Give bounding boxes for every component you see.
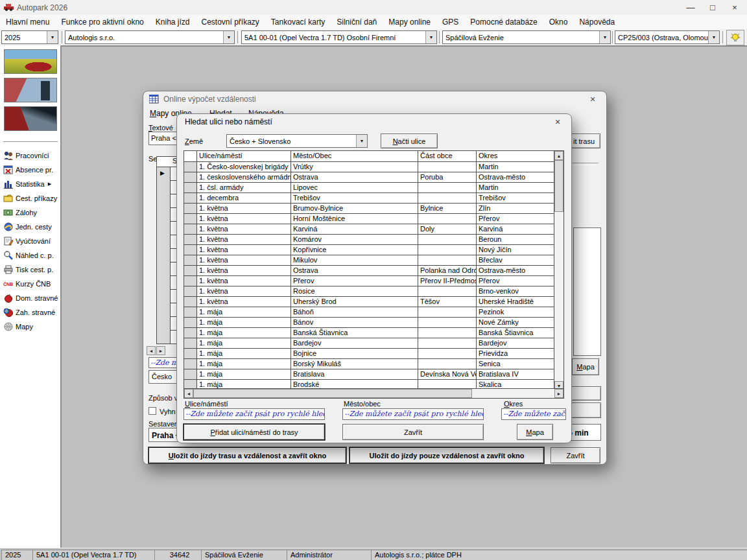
scroll-right-icon[interactable]: ► bbox=[554, 389, 563, 398]
sidebar-item-dom-stravne[interactable]: Dom. stravné bbox=[3, 292, 61, 305]
sidebar-item-kurzy-cnb[interactable]: ČNB Kurzy ČNB bbox=[3, 277, 61, 290]
avoid-checkbox[interactable] bbox=[148, 407, 156, 415]
chevron-down-icon[interactable]: ▼ bbox=[425, 31, 436, 43]
menu-item[interactable]: Pomocné databáze bbox=[464, 18, 543, 27]
column-header-city[interactable]: Město/Obec bbox=[291, 151, 418, 161]
menu-item[interactable]: Kniha jízd bbox=[150, 18, 196, 27]
minimize-icon[interactable]: — bbox=[680, 0, 702, 15]
photo-travel-banner[interactable] bbox=[4, 78, 57, 102]
scroll-left-icon[interactable]: ◄ bbox=[147, 346, 156, 355]
table-row[interactable]: 1. května Ostrava Polanka nad Odrou Ostr… bbox=[184, 266, 563, 276]
sidebar-item-absence[interactable]: Absence pr. bbox=[3, 163, 61, 176]
person-combobox[interactable]: Spáčilová Evženie ▼ bbox=[442, 30, 611, 44]
table-row[interactable]: 1. května Uherský Brod Těšov Uherské Hra… bbox=[184, 297, 563, 307]
close-icon[interactable]: × bbox=[584, 93, 601, 106]
sidebar-item-statistika[interactable]: Statistika ▶ bbox=[3, 178, 61, 191]
map-button-outer[interactable]: Mapa bbox=[572, 358, 599, 375]
hidden-button-top[interactable] bbox=[571, 386, 601, 401]
quick-city-input[interactable]: --Zde můžete začít psát pro rychlé hled bbox=[342, 408, 484, 420]
sidebar-item-mapy[interactable]: Mapy bbox=[3, 320, 61, 333]
quick-street-input[interactable]: --Zde můžete začít psát pro rychlé hled bbox=[184, 408, 325, 420]
chevron-down-icon[interactable]: ▼ bbox=[708, 31, 719, 43]
row-marker-cell bbox=[184, 183, 197, 192]
menu-item[interactable]: Cestovní příkazy bbox=[195, 18, 265, 27]
table-row[interactable]: 1. května Kopřivnice Nový Jičín bbox=[184, 245, 563, 255]
table-row[interactable]: 1. Česko-slovenskej brigády Vrútky Marti… bbox=[184, 162, 563, 172]
chevron-down-icon[interactable]: ▼ bbox=[47, 31, 58, 43]
table-row[interactable]: 1. mája Borský Mikuláš Senica bbox=[184, 359, 563, 369]
sidebar-item-tisk-cp[interactable]: Tisk cest. p. bbox=[3, 263, 61, 276]
hidden-button-bottom[interactable] bbox=[571, 402, 601, 418]
table-row[interactable]: 1. mája Bardejov Bardejov bbox=[184, 338, 563, 349]
quick-district-input[interactable]: --Zde můžete začít psát pro rychlé hled bbox=[501, 408, 566, 420]
company-combobox[interactable]: Autologis s.r.o. ▼ bbox=[65, 30, 235, 44]
table-row[interactable]: 1. května Komárov Beroun bbox=[184, 235, 563, 245]
table-hscrollbar[interactable]: ◄ ► bbox=[184, 388, 563, 398]
save-distance-button[interactable]: Uložit do jízdy pouze vzdálenost a zavří… bbox=[350, 447, 544, 463]
country-combobox[interactable]: Česko + Slovensko ▼ bbox=[226, 134, 368, 148]
menu-item[interactable]: Hlavní menu bbox=[0, 18, 55, 27]
table-row[interactable]: 1. mája Bánov Nové Zámky bbox=[184, 318, 563, 328]
scroll-left-icon[interactable]: ◄ bbox=[184, 389, 193, 398]
table-row[interactable]: 1. decembra Trebišov Trebišov bbox=[184, 193, 563, 204]
hscroll-thumb[interactable] bbox=[193, 389, 472, 398]
photo-car-banner[interactable] bbox=[4, 49, 57, 74]
photo-fuel-banner[interactable] bbox=[4, 106, 57, 131]
table-row[interactable]: 1. května Mikulov Břeclav bbox=[184, 255, 563, 266]
maximize-icon[interactable]: □ bbox=[702, 0, 724, 15]
load-streets-button[interactable]: Načti ulice bbox=[381, 134, 438, 148]
table-vscrollbar[interactable]: ▲ ▼ bbox=[554, 151, 563, 390]
close-icon[interactable]: × bbox=[549, 115, 566, 128]
table-row[interactable]: 1. května Rosice Brno-venkov bbox=[184, 286, 563, 297]
table-row[interactable]: 1. května Brumov-Bylnice Bylnice Zlín bbox=[184, 204, 563, 214]
table-row[interactable]: 1. mája Bratislava Devínska Nová Ves Bra… bbox=[184, 369, 563, 380]
menu-item[interactable]: Mapy online bbox=[383, 18, 436, 27]
scroll-up-icon[interactable]: ▲ bbox=[554, 151, 563, 160]
text-entry-label: Textové bbox=[148, 124, 173, 132]
table-row[interactable]: 1. května Horní Moštěnice Přerov bbox=[184, 214, 563, 224]
table-row[interactable]: 1. mája Banská Štiavnica Banská Štiavnic… bbox=[184, 328, 563, 338]
menu-item[interactable]: Funkce pro aktivní okno bbox=[55, 18, 149, 27]
table-row[interactable]: 1. května Přerov Přerov II-Předmostí Pře… bbox=[184, 276, 563, 286]
table-row[interactable]: 1. československého armádního s Ostrava … bbox=[184, 172, 563, 183]
sidebar-item-zalohy[interactable]: Zálohy bbox=[3, 206, 61, 219]
vehicle-combobox[interactable]: 5A1 00-01 (Opel Vectra 1.7 TD) Osobní Fi… bbox=[241, 30, 437, 44]
vscroll-thumb[interactable] bbox=[554, 160, 563, 212]
method-label: Způsob v bbox=[148, 394, 178, 402]
table-row[interactable]: 1. mája Bojnice Prievidza bbox=[184, 349, 563, 359]
table-row[interactable]: 1. května Karviná Doly Karviná bbox=[184, 224, 563, 235]
close-icon[interactable]: × bbox=[724, 0, 746, 15]
column-header-district[interactable]: Okres bbox=[477, 151, 556, 161]
district-cell: Nový Jičín bbox=[477, 245, 556, 255]
save-route-distance-button[interactable]: Uložit do jízdy trasu a vzdálenost a zav… bbox=[148, 447, 346, 463]
chevron-down-icon[interactable]: ▼ bbox=[356, 135, 367, 147]
map-button-inner[interactable]: Mapa bbox=[517, 424, 553, 440]
scroll-right-icon[interactable]: ► bbox=[156, 346, 165, 355]
street-cell: 1. decembra bbox=[197, 193, 291, 203]
table-row[interactable]: 1. čsl. armády Lipovec Martin bbox=[184, 183, 563, 193]
menu-item[interactable]: Okno bbox=[543, 18, 574, 27]
menu-item[interactable]: Nápověda bbox=[573, 18, 621, 27]
city-cell: Banská Štiavnica bbox=[291, 328, 418, 338]
close-dialog-button[interactable]: Zavřít bbox=[551, 447, 600, 463]
sidebar-item-nahled-cp[interactable]: Náhled c. p. bbox=[3, 249, 61, 262]
sidebar-item-jedn-cesty[interactable]: Jedn. cesty bbox=[3, 220, 61, 233]
city-cell: Báhoň bbox=[291, 307, 418, 317]
column-header-part[interactable]: Část obce bbox=[418, 151, 477, 161]
sidebar-item-vyuctovani[interactable]: Vyúčtování bbox=[3, 235, 61, 248]
year-combobox[interactable]: 2025 ▼ bbox=[1, 30, 58, 44]
trip-combobox[interactable]: CP25/003 (Ostrava, Olomouc ▼ bbox=[615, 30, 720, 44]
column-header-street[interactable]: Ulice/náměstí bbox=[197, 151, 291, 161]
chevron-down-icon[interactable]: ▼ bbox=[223, 31, 234, 43]
menu-item[interactable]: Tankovací karty bbox=[265, 18, 331, 27]
sidebar-item-pracovnici[interactable]: Pracovníci bbox=[3, 149, 61, 162]
table-row[interactable]: 1. mája Báhoň Pezinok bbox=[184, 307, 563, 318]
close-search-button[interactable]: Zavřít bbox=[342, 424, 484, 440]
add-street-button[interactable]: Přidat ulici/náměstí do trasy bbox=[184, 424, 325, 440]
chevron-down-icon[interactable]: ▼ bbox=[599, 31, 610, 43]
sidebar-item-zah-stravne[interactable]: Zah. stravné bbox=[3, 306, 61, 319]
menu-item[interactable]: GPS bbox=[436, 18, 464, 27]
menu-item[interactable]: Silniční daň bbox=[331, 18, 383, 27]
tip-button[interactable] bbox=[726, 30, 744, 45]
sidebar-item-cest-prikazy[interactable]: Cest. příkazy bbox=[3, 192, 61, 205]
